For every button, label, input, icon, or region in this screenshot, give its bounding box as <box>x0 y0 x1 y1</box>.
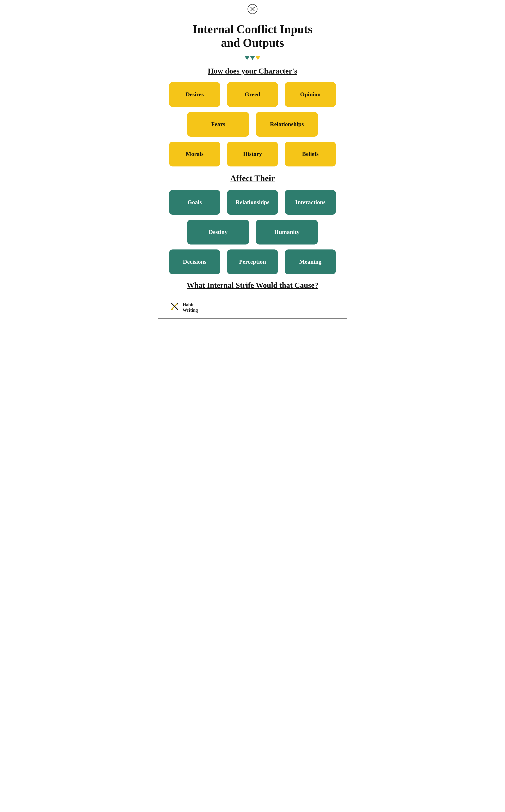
card-relationships-input-label: Relationships <box>270 121 304 128</box>
logo-icon <box>249 6 256 12</box>
footer: Habit Writing <box>158 299 347 316</box>
teal-row-2: Destiny Humanity <box>169 220 336 245</box>
teal-cards-section: Goals Relationships Interactions Destiny… <box>158 190 347 274</box>
logo-circle <box>247 4 258 14</box>
card-morals: Morals <box>169 142 220 166</box>
card-fears: Fears <box>187 112 249 137</box>
card-opinion-label: Opinion <box>300 91 321 98</box>
section3-heading: What Internal Strife Would that Cause? <box>169 281 336 290</box>
card-humanity: Humanity <box>256 220 318 245</box>
card-morals-label: Morals <box>186 151 204 157</box>
footer-brand-name2: Writing <box>183 308 198 313</box>
card-decisions: Decisions <box>169 250 220 274</box>
bottom-divider <box>158 318 347 319</box>
card-desires: Desires <box>169 82 220 107</box>
arrow-yellow <box>256 56 260 60</box>
card-relationships-input: Relationships <box>256 112 318 137</box>
top-logo-bar <box>158 0 347 16</box>
yellow-row-1: Desires Greed Opinion <box>169 82 336 107</box>
card-meaning-label: Meaning <box>299 259 322 265</box>
yellow-cards-section: Desires Greed Opinion Fears Relationship… <box>158 82 347 166</box>
card-decisions-label: Decisions <box>183 259 206 265</box>
card-fears-label: Fears <box>211 121 225 128</box>
arrow-group <box>245 56 260 60</box>
card-greed-label: Greed <box>245 91 261 98</box>
card-destiny: Destiny <box>187 220 249 245</box>
main-title: Internal Conflict Inputs and Outputs <box>158 16 347 54</box>
card-relationships-output: Relationships <box>227 190 278 215</box>
card-history: History <box>227 142 278 166</box>
footer-svg-icon <box>169 301 180 312</box>
teal-row-1: Goals Relationships Interactions <box>169 190 336 215</box>
card-meaning: Meaning <box>285 250 336 274</box>
card-beliefs-label: Beliefs <box>302 151 319 157</box>
card-interactions: Interactions <box>285 190 336 215</box>
arrow-teal-1 <box>245 56 249 60</box>
footer-logo-icon <box>169 301 180 314</box>
arrow-teal-2 <box>250 56 255 60</box>
title-line2: and Outputs <box>221 36 284 49</box>
yellow-row-3: Morals History Beliefs <box>169 142 336 166</box>
footer-brand-text: Habit Writing <box>183 302 198 313</box>
yellow-row-2: Fears Relationships <box>169 112 336 137</box>
divider-arrows <box>158 56 347 60</box>
page-wrapper: Internal Conflict Inputs and Outputs How… <box>158 0 347 328</box>
card-perception-label: Perception <box>239 259 266 265</box>
card-interactions-label: Interactions <box>295 199 326 206</box>
card-greed: Greed <box>227 82 278 107</box>
card-history-label: History <box>243 151 262 157</box>
card-opinion: Opinion <box>285 82 336 107</box>
footer-brand-name: Habit <box>183 302 194 307</box>
affect-heading: Affect Their <box>158 173 347 183</box>
card-goals-label: Goals <box>188 199 202 206</box>
title-line1: Internal Conflict Inputs <box>192 23 313 36</box>
teal-row-3: Decisions Perception Meaning <box>169 250 336 274</box>
card-destiny-label: Destiny <box>209 229 228 236</box>
card-goals: Goals <box>169 190 220 215</box>
card-humanity-label: Humanity <box>274 229 300 236</box>
card-desires-label: Desires <box>186 91 204 98</box>
card-relationships-output-label: Relationships <box>235 199 270 206</box>
card-beliefs: Beliefs <box>285 142 336 166</box>
section1-heading: How does your Character's <box>158 67 347 75</box>
card-perception: Perception <box>227 250 278 274</box>
